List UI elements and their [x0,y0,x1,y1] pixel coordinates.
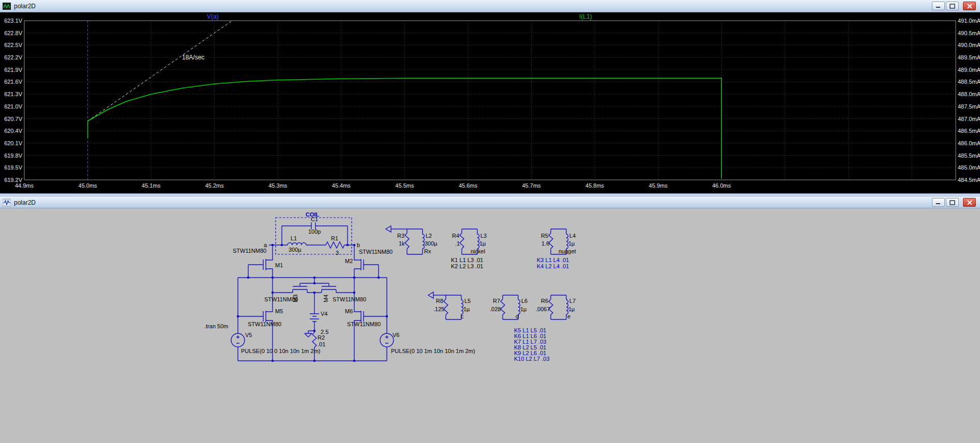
port-arrow-top[interactable] [386,226,407,232]
label-l5: L5 [464,298,471,304]
rl-cell-e[interactable] [549,295,568,319]
y-axis-right-tick: 490.5mA [958,30,980,36]
y-axis-right-tick: 490.0mA [958,42,980,48]
trace-label-va[interactable]: V(a) [207,13,219,20]
schematic-titlebar[interactable]: polar2D [0,197,980,208]
label-r3: R3 [397,233,404,239]
label-r8: R8 [436,298,443,304]
y-axis-left-tick: 621.9V [4,67,23,73]
value-l3: 1µ [479,240,486,247]
mosfet-m4[interactable] [314,283,354,293]
minimize-button[interactable] [932,2,945,10]
ltspice-screen: polar2D 623.1V622.8V622.5V622.2V621.9V62… [0,0,980,443]
inductor-l1[interactable] [288,243,306,246]
voltage-source-v5[interactable] [231,333,245,347]
y-axis-right-tick: 485.0mA [958,164,980,171]
trace-label-il1[interactable]: I(L1) [579,13,592,20]
plot-area[interactable]: 623.1V622.8V622.5V622.2V621.9V621.6V621.… [0,12,980,193]
spice-directive-tran: .tran 50m [204,323,228,329]
x-axis-tick: 45.0ms [79,182,98,189]
label-node-d: d [516,313,519,319]
resistor-r1[interactable] [326,242,344,248]
schematic-window-controls [932,198,977,207]
model-m1: STW11NM80 [233,248,266,254]
label-m1: M1 [275,262,283,268]
schematic-canvas[interactable]: COIL C1 100p L1 300µ R1 3 a b STW11NM80 … [0,208,980,443]
label-node-rx: Rx [424,248,431,254]
label-l2: L2 [426,233,432,239]
close-button[interactable] [963,198,976,207]
close-button[interactable] [963,2,976,10]
x-axis-tick: 44.9ms [15,182,34,189]
y-axis-right-tick: 488.0mA [958,91,980,97]
value-l7: 1µ [568,306,575,312]
minimize-button[interactable] [932,198,945,207]
mosfet-m2[interactable] [354,256,379,278]
value-r7: .028 [490,306,501,312]
wires[interactable] [238,226,387,361]
label-v5: V5 [245,332,252,338]
mosfet-m1[interactable] [248,256,273,278]
y-axis-left-tick: 621.0V [4,103,23,110]
model-m6: STW11NM80 [347,321,381,327]
y-axis-right-tick: 487.0mA [958,116,980,122]
y-axis-right-tick: 489.5mA [958,54,980,60]
rl-cell-c[interactable] [444,295,463,319]
label-v4: V4 [321,311,327,317]
maximize-button[interactable] [946,2,959,10]
y-axis-left-tick: 622.5V [4,42,23,48]
label-l6: L6 [521,298,527,304]
y-axis-left-tick: 619.8V [4,152,23,159]
value-l1: 300µ [289,247,301,253]
label-r1: R1 [331,235,338,241]
plot-window-title: polar2D [14,3,36,10]
x-axis-tick: 45.7ms [522,182,541,189]
waveform-window: polar2D 623.1V622.8V622.5V622.2V621.9V62… [0,0,980,197]
directive-k3: K3 L1 L4 .01 [537,257,569,263]
y-axis-left-tick: 621.6V [4,79,23,85]
label-node-b: b [357,242,360,248]
value-r3: 1k [399,240,405,247]
plot-titlebar[interactable]: polar2D [0,0,980,12]
plot-window-controls [932,2,977,10]
model-m2: STW11NM80 [359,249,393,255]
junction-dots [237,244,388,362]
y-axis-right-tick: 485.5mA [958,152,980,159]
value-l6: 1µ [520,306,527,312]
x-axis-tick: 46.0ms [712,182,731,189]
label-m2: M2 [345,258,353,264]
y-axis-left-tick: 620.7V [4,116,23,122]
label-l3: L3 [480,233,487,239]
x-axis-tick: 45.2ms [205,182,224,189]
maximize-button[interactable] [946,198,959,207]
x-axis-tick: 45.5ms [395,182,414,189]
y-axis-left-tick: 622.2V [4,54,23,60]
directive-k4: K4 L2 L4 .01 [537,263,569,269]
directive-k1: K1 L1 L3 .01 [451,257,483,263]
y-axis-left-tick: 620.1V [4,140,23,146]
label-m4: M4 [323,295,329,302]
x-axis-tick: 45.9ms [649,182,668,189]
waveform-window-icon [3,2,11,10]
rl-cell-rx[interactable] [405,229,425,254]
resistor-r2[interactable] [312,331,316,361]
label-m3: M3 [292,295,298,302]
coil-annotation-box[interactable] [276,218,352,254]
label-l4: L4 [569,233,576,239]
value-c1: 100p [308,228,321,235]
label-m5: M5 [275,308,283,314]
directive-k2: K2 L2 L3 .01 [451,263,483,269]
y-axis-left-tick: 620.4V [4,128,23,134]
y-axis-right-tick: 486.5mA [958,128,980,134]
y-axis-left-tick: 623.1V [4,18,23,24]
y-axis-right-tick: 486.0mA [958,140,980,146]
y-axis-left-tick: 621.3V [4,91,23,97]
voltage-source-v6[interactable] [380,333,394,347]
value-r6: .0067 [536,306,550,312]
waveform-canvas[interactable]: 623.1V622.8V622.5V622.2V621.9V621.6V621.… [0,12,980,193]
mosfet-m3[interactable] [273,283,314,293]
label-l7: L7 [569,298,576,304]
schematic-area[interactable]: COIL C1 100p L1 300µ R1 3 a b STW11NM80 … [0,208,980,443]
voltage-source-v4[interactable] [310,293,319,331]
value-v5: PULSE(0 10 0 10n 10n 1m 2m) [241,348,320,354]
